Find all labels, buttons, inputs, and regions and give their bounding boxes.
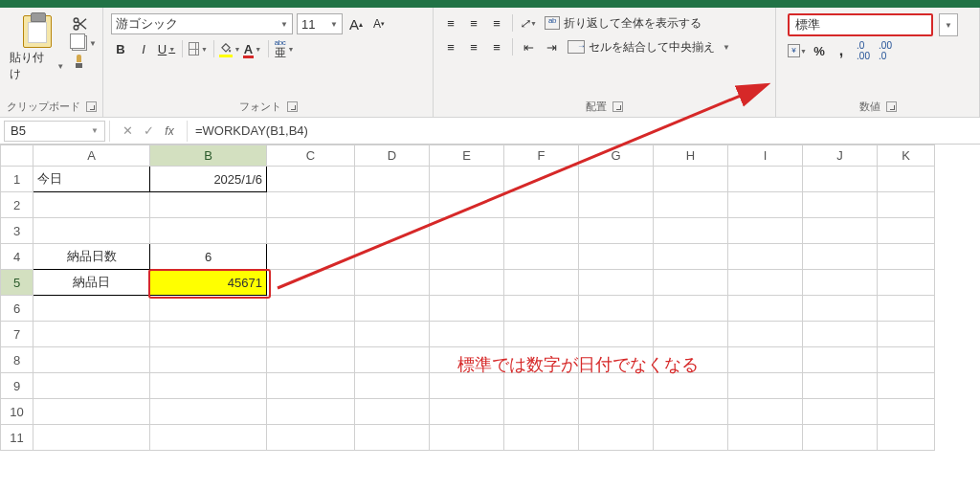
paste-button[interactable]: 貼り付け▼: [6, 13, 68, 84]
cancel-formula-icon[interactable]: ✕: [118, 123, 137, 138]
row-header[interactable]: 1: [1, 167, 33, 192]
number-dialog-launcher[interactable]: [886, 101, 897, 112]
svg-point-1: [74, 26, 78, 31]
cell[interactable]: 今日: [33, 167, 150, 192]
row-header[interactable]: 10: [1, 399, 33, 425]
accounting-format-icon[interactable]: ¥▼: [788, 41, 807, 60]
font-group-label: フォント: [239, 99, 281, 115]
cell[interactable]: 納品日: [33, 270, 150, 296]
number-format-dropdown[interactable]: ▼: [939, 13, 958, 36]
cell[interactable]: 6: [150, 244, 267, 270]
align-center-icon[interactable]: ≡: [464, 37, 483, 56]
col-header[interactable]: C: [267, 145, 355, 167]
annotation-text: 標準では数字が日付でなくなる: [457, 353, 699, 376]
name-box[interactable]: B5▼: [4, 121, 105, 142]
copy-icon[interactable]: [72, 35, 87, 51]
merge-icon: [568, 40, 585, 54]
orientation-icon[interactable]: ⤢▼: [519, 13, 538, 33]
row-header[interactable]: 4: [1, 244, 33, 270]
cut-icon[interactable]: [72, 15, 89, 33]
number-group-label: 数値: [859, 99, 880, 115]
col-header[interactable]: F: [504, 145, 579, 167]
format-painter-icon[interactable]: [72, 54, 87, 69]
underline-button[interactable]: U▼: [157, 39, 176, 58]
cell-active[interactable]: 45671: [150, 270, 267, 296]
row-header[interactable]: 9: [1, 373, 33, 399]
col-header[interactable]: I: [728, 145, 803, 167]
col-header[interactable]: G: [579, 145, 654, 167]
font-color-button[interactable]: A▼: [243, 39, 262, 58]
svg-point-0: [74, 18, 78, 23]
merge-center-button[interactable]: セルを結合して中央揃え▼: [565, 38, 733, 56]
col-header[interactable]: K: [878, 145, 935, 167]
row-header[interactable]: 5: [1, 270, 33, 296]
font-name-combo[interactable]: 游ゴシック▼: [111, 13, 293, 34]
percent-format-icon[interactable]: %: [810, 41, 829, 60]
italic-button[interactable]: I: [134, 39, 153, 58]
bold-button[interactable]: B: [111, 39, 130, 58]
col-header[interactable]: E: [430, 145, 504, 167]
row-header[interactable]: 3: [1, 218, 33, 244]
row-header[interactable]: 7: [1, 322, 33, 347]
cell[interactable]: 2025/1/6: [150, 167, 267, 192]
align-left-icon[interactable]: ≡: [441, 37, 460, 56]
col-header[interactable]: B: [150, 145, 267, 167]
number-format-combo[interactable]: 標準: [788, 13, 933, 36]
wrap-text-button[interactable]: ab折り返して全体を表示する: [542, 14, 704, 33]
clipboard-dialog-launcher[interactable]: [86, 101, 97, 112]
col-header[interactable]: J: [803, 145, 878, 167]
alignment-group-label: 配置: [586, 99, 607, 115]
alignment-dialog-launcher[interactable]: [612, 101, 623, 112]
clipboard-icon: [23, 15, 52, 48]
align-middle-icon[interactable]: ≡: [464, 13, 483, 33]
font-size-combo[interactable]: 11▼: [297, 13, 343, 34]
paste-label: 貼り付け: [10, 50, 55, 82]
spreadsheet-grid[interactable]: A B C D E F G H I J K 1今日2025/1/6 2 3 4納…: [0, 145, 935, 451]
row-header[interactable]: 8: [1, 347, 33, 373]
row-header[interactable]: 6: [1, 296, 33, 322]
col-header[interactable]: D: [355, 145, 430, 167]
wrap-text-icon: ab: [545, 16, 560, 30]
col-header[interactable]: A: [33, 145, 150, 167]
align-bottom-icon[interactable]: ≡: [487, 13, 506, 33]
formula-input[interactable]: =WORKDAY(B1,B4): [188, 123, 980, 138]
row-header[interactable]: 11: [1, 425, 33, 451]
increase-decimal-icon[interactable]: .0.00: [854, 41, 873, 60]
align-top-icon[interactable]: ≡: [441, 13, 460, 33]
increase-indent-icon[interactable]: ⇥: [542, 37, 561, 56]
decrease-decimal-icon[interactable]: .00.0: [876, 41, 895, 60]
phonetic-button[interactable]: abc亜▼: [275, 39, 294, 58]
row-header[interactable]: 2: [1, 192, 33, 218]
border-button[interactable]: ▼: [189, 39, 208, 58]
increase-font-icon[interactable]: A▴: [346, 14, 366, 33]
cell[interactable]: 納品日数: [33, 244, 150, 270]
fx-icon[interactable]: fx: [160, 124, 179, 138]
decrease-font-icon[interactable]: A▾: [369, 14, 389, 33]
comma-format-icon[interactable]: ,: [832, 41, 851, 60]
fill-color-button[interactable]: ▼: [220, 39, 239, 58]
decrease-indent-icon[interactable]: ⇤: [519, 37, 538, 56]
clipboard-group-label: クリップボード: [7, 99, 80, 115]
select-all-corner[interactable]: [1, 145, 33, 167]
col-header[interactable]: H: [654, 145, 728, 167]
accept-formula-icon[interactable]: ✓: [139, 123, 158, 138]
font-dialog-launcher[interactable]: [287, 101, 298, 112]
align-right-icon[interactable]: ≡: [487, 37, 506, 56]
